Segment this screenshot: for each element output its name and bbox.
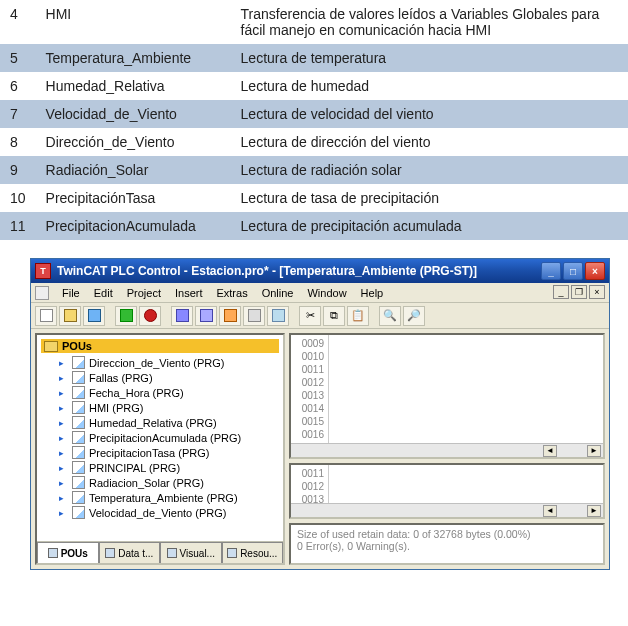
twincat-window: T TwinCAT PLC Control - Estacion.pro* - …	[30, 258, 610, 570]
app-icon: T	[35, 263, 51, 279]
tab-resou[interactable]: Resou...	[222, 542, 284, 563]
table-row: 5Temperatura_AmbienteLectura de temperat…	[0, 44, 628, 72]
tree-item[interactable]: ▸Fecha_Hora (PRG)	[41, 385, 279, 400]
open-button[interactable]	[59, 306, 81, 326]
row-num: 9	[0, 156, 36, 184]
row-num: 11	[0, 212, 36, 240]
tree-item[interactable]: ▸HMI (PRG)	[41, 400, 279, 415]
menu-project[interactable]: Project	[120, 285, 168, 301]
tree-item[interactable]: ▸Humedad_Relativa (PRG)	[41, 415, 279, 430]
row-desc: Lectura de velocidad del viento	[231, 100, 628, 128]
menu-online[interactable]: Online	[255, 285, 301, 301]
tree-item-label: Fallas (PRG)	[89, 372, 153, 384]
row-num: 8	[0, 128, 36, 156]
menu-file[interactable]: File	[55, 285, 87, 301]
arrow-icon: ▸	[59, 508, 68, 518]
tree-item[interactable]: ▸Velocidad_de_Viento (PRG)	[41, 505, 279, 520]
document-icon	[72, 491, 85, 504]
step-into-button[interactable]	[171, 306, 193, 326]
tree-item-label: PrecipitacionAcumulada (PRG)	[89, 432, 241, 444]
mdi-close-button[interactable]: ×	[589, 285, 605, 299]
tab-pous[interactable]: POUs	[37, 542, 99, 563]
tree-item[interactable]: ▸PrecipitacionAcumulada (PRG)	[41, 430, 279, 445]
hscrollbar[interactable]: ◄ ►	[291, 443, 603, 457]
document-icon	[72, 506, 85, 519]
tree-item[interactable]: ▸Radiacion_Solar (PRG)	[41, 475, 279, 490]
document-icon	[72, 416, 85, 429]
tree-item[interactable]: ▸PrecipitacionTasa (PRG)	[41, 445, 279, 460]
table-row: 6Humedad_RelativaLectura de humedad	[0, 72, 628, 100]
paste-button[interactable]: 📋	[347, 306, 369, 326]
row-desc: Lectura de precipitación acumulada	[231, 212, 628, 240]
code-body[interactable]	[329, 335, 603, 457]
project-tree[interactable]: POUs ▸Direccion_de_Viento (PRG)▸Fallas (…	[37, 335, 283, 541]
declaration-editor[interactable]: 00090010001100120013001400150016 ◄ ►	[289, 333, 605, 459]
tree-item[interactable]: ▸Fallas (PRG)	[41, 370, 279, 385]
project-tabs: POUsData t...Visual...Resou...	[37, 541, 283, 563]
row-desc: Transferencia de valores leídos a Variab…	[231, 0, 628, 44]
mdi-icon	[35, 286, 49, 300]
status-line-1: Size of used retain data: 0 of 32768 byt…	[297, 528, 597, 540]
folder-icon	[44, 341, 58, 352]
tab-icon	[48, 548, 58, 558]
menu-insert[interactable]: Insert	[168, 285, 210, 301]
document-icon	[72, 461, 85, 474]
compile-button[interactable]	[267, 306, 289, 326]
arrow-icon: ▸	[59, 493, 68, 503]
scroll-left-button[interactable]: ◄	[543, 445, 557, 457]
hscrollbar[interactable]: ◄ ►	[291, 503, 603, 517]
menu-bar: FileEditProjectInsertExtrasOnlineWindowH…	[31, 283, 609, 303]
message-panel: Size of used retain data: 0 of 32768 byt…	[289, 523, 605, 565]
tree-item[interactable]: ▸Temperatura_Ambiente (PRG)	[41, 490, 279, 505]
copy-button[interactable]: ⧉	[323, 306, 345, 326]
maximize-button[interactable]: □	[563, 262, 583, 280]
find-next-button[interactable]: 🔎	[403, 306, 425, 326]
arrow-icon: ▸	[59, 403, 68, 413]
mdi-minimize-button[interactable]: _	[553, 285, 569, 299]
tree-item-label: Fecha_Hora (PRG)	[89, 387, 184, 399]
tree-item-label: Direccion_de_Viento (PRG)	[89, 357, 225, 369]
tab-icon	[167, 548, 177, 558]
scroll-right-button[interactable]: ►	[587, 505, 601, 517]
tree-item[interactable]: ▸PRINCIPAL (PRG)	[41, 460, 279, 475]
implementation-editor[interactable]: 001100120013 ◄ ►	[289, 463, 605, 519]
line-num: 0016	[291, 428, 324, 441]
step-over-button[interactable]	[195, 306, 217, 326]
tree-item-label: PRINCIPAL (PRG)	[89, 462, 180, 474]
tree-item[interactable]: ▸Direccion_de_Viento (PRG)	[41, 355, 279, 370]
menu-edit[interactable]: Edit	[87, 285, 120, 301]
scroll-right-button[interactable]: ►	[587, 445, 601, 457]
tab-datat[interactable]: Data t...	[99, 542, 161, 563]
cut-button[interactable]: ✂	[299, 306, 321, 326]
watch-button[interactable]	[243, 306, 265, 326]
document-icon	[72, 446, 85, 459]
arrow-icon: ▸	[59, 388, 68, 398]
run-button[interactable]	[115, 306, 137, 326]
mdi-restore-button[interactable]: ❐	[571, 285, 587, 299]
close-button[interactable]: ×	[585, 262, 605, 280]
document-icon	[72, 371, 85, 384]
arrow-icon: ▸	[59, 358, 68, 368]
tab-visual[interactable]: Visual...	[160, 542, 222, 563]
find-button[interactable]: 🔍	[379, 306, 401, 326]
scroll-left-button[interactable]: ◄	[543, 505, 557, 517]
menu-window[interactable]: Window	[300, 285, 353, 301]
line-num: 0012	[291, 376, 324, 389]
tree-item-label: Temperatura_Ambiente (PRG)	[89, 492, 238, 504]
window-title: TwinCAT PLC Control - Estacion.pro* - [T…	[57, 264, 541, 278]
line-num: 0012	[291, 480, 324, 493]
line-num: 0010	[291, 350, 324, 363]
menu-help[interactable]: Help	[354, 285, 391, 301]
mdi-controls: _ ❐ ×	[553, 285, 605, 299]
menu-extras[interactable]: Extras	[209, 285, 254, 301]
minimize-button[interactable]: _	[541, 262, 561, 280]
tab-label: Visual...	[180, 548, 215, 559]
save-button[interactable]	[83, 306, 105, 326]
table-row: 11PrecipitacionAcumuladaLectura de preci…	[0, 212, 628, 240]
new-button[interactable]	[35, 306, 57, 326]
pou-table: 4HMITransferencia de valores leídos a Va…	[0, 0, 628, 240]
stop-button[interactable]	[139, 306, 161, 326]
breakpoint-button[interactable]	[219, 306, 241, 326]
tree-root[interactable]: POUs	[41, 339, 279, 353]
arrow-icon: ▸	[59, 418, 68, 428]
